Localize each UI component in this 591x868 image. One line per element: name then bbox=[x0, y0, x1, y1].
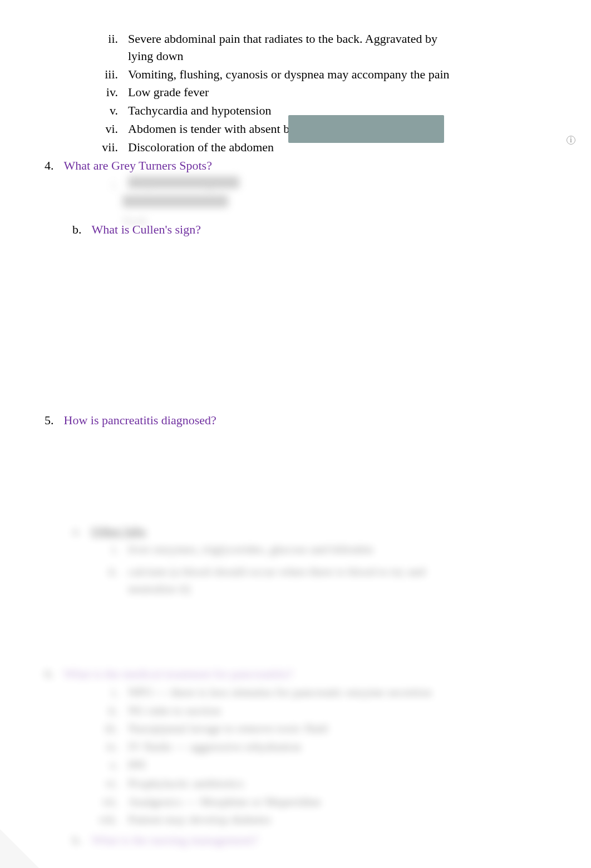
section-label: Other labs bbox=[91, 523, 146, 540]
item-marker: 4. bbox=[45, 157, 64, 175]
info-icon[interactable]: i bbox=[567, 136, 575, 145]
spacer bbox=[45, 599, 558, 666]
list-item: a. Other labs bbox=[72, 523, 558, 540]
item-text: Severe abdominal pain that radiates to t… bbox=[128, 31, 451, 65]
blurred-answer-4: i. Grey Turner's sign — blue discolorati… bbox=[45, 176, 558, 207]
spacer bbox=[45, 430, 558, 519]
list-item: b. What is the nursing management? bbox=[72, 832, 558, 849]
question-text: How is pancreatitis diagnosed? bbox=[64, 412, 216, 429]
item-text: liver enzymes, triglycerides, glucose an… bbox=[128, 541, 395, 558]
item-text: NG tube to suction bbox=[128, 702, 451, 720]
medical-image-placeholder bbox=[288, 115, 444, 143]
list-item: 6. What is the medical treatment for pan… bbox=[45, 666, 558, 683]
item-marker: viii. bbox=[97, 811, 128, 829]
page-corner-icon bbox=[0, 829, 39, 868]
question-text: What is the nursing management? bbox=[92, 832, 258, 849]
blurred-text: Grey Turner's sign — blue bbox=[128, 176, 239, 189]
item-text: Prophylactic antibiotics bbox=[128, 775, 451, 792]
list-item: ii. NG tube to suction bbox=[97, 702, 558, 720]
list-item: 4. What are Grey Turners Spots? bbox=[45, 157, 558, 175]
question-5: 5. How is pancreatitis diagnosed? bbox=[45, 412, 558, 429]
item-marker: vi. bbox=[97, 121, 128, 138]
item-text: Low grade fever bbox=[128, 84, 451, 101]
question-text: What is the medical treatment for pancre… bbox=[64, 666, 293, 683]
item-marker bbox=[97, 195, 128, 207]
item-text: NPO — there is less stimulus for pancrea… bbox=[128, 684, 451, 701]
list-item: i. NPO — there is less stimulus for panc… bbox=[97, 684, 558, 701]
item-text: PPI bbox=[128, 757, 451, 774]
item-marker: ii. bbox=[97, 31, 128, 65]
item-text: IV fluids — aggressive rehydration bbox=[128, 738, 451, 756]
item-marker: vii. bbox=[97, 793, 128, 811]
item-marker: iv. bbox=[97, 84, 128, 101]
item-text: Nasojejunal lavage to remove toxic fluid bbox=[128, 720, 451, 737]
item-marker: vii. bbox=[97, 139, 128, 156]
blurred-text: discoloration of the flank bbox=[122, 195, 228, 207]
list-item: viii. Patient may develop diabetes bbox=[97, 811, 558, 829]
item-marker: 5. bbox=[45, 412, 64, 429]
list-item: vii. Analgesics — Morphine or Meperidine bbox=[97, 793, 558, 811]
item-text: Vomiting, flushing, cyanosis or dyspnea … bbox=[128, 66, 451, 83]
item-marker: i. bbox=[97, 541, 128, 558]
item-marker: a. bbox=[72, 523, 91, 540]
question-text: What is Cullen's sign? bbox=[92, 221, 201, 239]
item-marker: iii. bbox=[97, 66, 128, 83]
list-item: ii. Severe abdominal pain that radiates … bbox=[97, 31, 558, 65]
item-marker: vi. bbox=[97, 775, 128, 792]
item-marker: v. bbox=[97, 102, 128, 120]
item-marker: b. bbox=[72, 221, 92, 239]
item-marker: iii. bbox=[97, 720, 128, 737]
list-item: iii. Vomiting, flushing, cyanosis or dys… bbox=[97, 66, 558, 83]
list-item: v. PPI bbox=[97, 757, 558, 774]
question-4: 4. What are Grey Turners Spots? bbox=[45, 157, 558, 175]
question-4b: b. What is Cullen's sign? bbox=[72, 221, 558, 239]
list-item: iv. Low grade fever bbox=[97, 84, 558, 101]
item-marker: v. bbox=[97, 757, 128, 774]
question-text: What are Grey Turners Spots? bbox=[64, 157, 212, 175]
blurred-section-labs: a. Other labs i. liver enzymes, triglyce… bbox=[45, 523, 558, 598]
list-item: iv. IV fluids — aggressive rehydration bbox=[97, 738, 558, 756]
list-item: iii. Nasojejunal lavage to remove toxic … bbox=[97, 720, 558, 737]
document-content: ii. Severe abdominal pain that radiates … bbox=[0, 31, 591, 849]
list-item: ii. calcium (a blood should occur when t… bbox=[97, 563, 558, 598]
item-text: Patient may develop diabetes bbox=[128, 811, 451, 829]
item-marker: iv. bbox=[97, 738, 128, 756]
item-marker: b. bbox=[72, 832, 92, 849]
item-marker: 6. bbox=[45, 666, 64, 683]
item-marker: i. bbox=[97, 684, 128, 701]
item-marker: ii. bbox=[97, 702, 128, 720]
list-item: i. liver enzymes, triglycerides, glucose… bbox=[97, 541, 558, 558]
item-text: calcium (a blood should occur when there… bbox=[128, 563, 429, 598]
list-item: vi. Prophylactic antibiotics bbox=[97, 775, 558, 792]
blurred-section-q6: 6. What is the medical treatment for pan… bbox=[45, 666, 558, 849]
list-item: b. What is Cullen's sign? bbox=[72, 221, 558, 239]
spacer bbox=[45, 240, 558, 412]
item-marker: ii. bbox=[97, 563, 128, 598]
list-item: 5. How is pancreatitis diagnosed? bbox=[45, 412, 558, 429]
item-marker: i. bbox=[97, 176, 128, 194]
item-text: Analgesics — Morphine or Meperidine bbox=[128, 793, 451, 811]
